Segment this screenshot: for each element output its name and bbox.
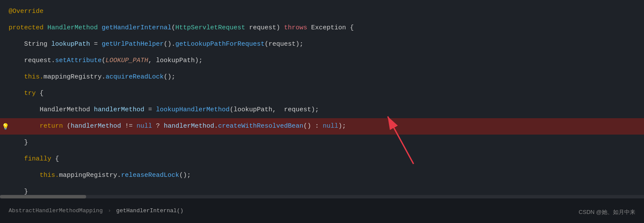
code-line-4: request.setAttribute(LOOKUP_PATH, lookup… [0,53,644,69]
code-content-8: return (handlerMethod != null ? handlerM… [9,118,346,135]
code-line-8: 💡 return (handlerMethod != null ? handle… [0,118,644,135]
code-line-3: String lookupPath = getUrlPathHelper().g… [0,36,644,53]
code-line-7: HandlerMethod handlerMethod = lookupHand… [0,102,644,118]
code-content-10: finally { [9,151,59,167]
breadcrumb-separator: › [108,207,115,214]
code-line-10: finally { [0,151,644,167]
breadcrumb-part2: getHandlerInternal() [116,207,184,214]
code-area: @Overrideprotected HandlerMethod getHand… [0,0,644,198]
code-content-11: this.mappingRegistry.releaseReadLock(); [9,167,191,184]
code-content-2: protected HandlerMethod getHandlerIntern… [9,20,354,36]
code-content-4: request.setAttribute(LOOKUP_PATH, lookup… [9,53,202,69]
scrollbar-thumb[interactable] [0,195,86,198]
code-content-9: } [9,135,28,151]
code-line-2: protected HandlerMethod getHandlerIntern… [0,20,644,36]
horizontal-scrollbar[interactable] [0,195,644,198]
bottom-bar: AbstractHandlerMethodMapping › getHandle… [0,198,644,223]
breadcrumb: AbstractHandlerMethodMapping › getHandle… [0,207,184,214]
breadcrumb-part1: AbstractHandlerMethodMapping [9,207,103,214]
code-content-5: this.mappingRegistry.acquireReadLock(); [9,69,175,85]
code-content-1: @Override [9,3,44,20]
bulb-icon: 💡 [2,123,9,130]
code-line-5: this.mappingRegistry.acquireReadLock(); [0,69,644,85]
code-line-6: try { [0,85,644,102]
code-line-11: this.mappingRegistry.releaseReadLock(); [0,167,644,184]
code-content-6: try { [9,85,44,102]
code-line-9: } [0,135,644,151]
code-line-1: @Override [0,3,644,20]
code-content-7: HandlerMethod handlerMethod = lookupHand… [9,102,319,118]
code-content-3: String lookupPath = getUrlPathHelper().g… [9,36,303,53]
csdn-label: CSDN @她、如月中来 [579,208,635,216]
